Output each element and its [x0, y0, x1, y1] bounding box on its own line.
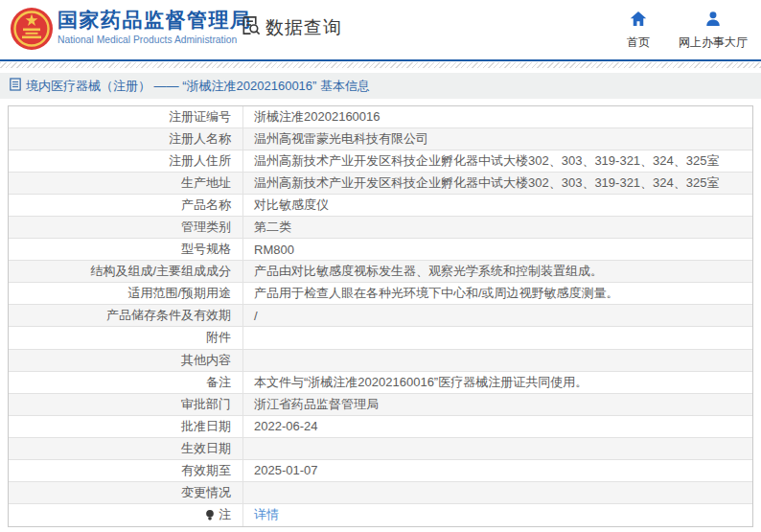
row-value: / — [243, 305, 752, 326]
nav-home-label: 首页 — [627, 35, 650, 51]
row-label: 备注 — [9, 372, 243, 393]
row-value — [243, 327, 752, 348]
row-value: 产品用于检查人眼在各种光环境下中心和/或周边视野敏感度测量。 — [243, 283, 752, 304]
row-value — [243, 350, 752, 371]
table-row: 审批部门浙江省药品监督管理局 — [9, 394, 752, 416]
table-row: 注册证编号浙械注准20202160016 — [9, 106, 752, 128]
table-row: 适用范围/预期用途产品用于检查人眼在各种光环境下中心和/或周边视野敏感度测量。 — [9, 283, 752, 305]
table-row: 变更情况 — [9, 482, 752, 504]
row-label: 有效期至 — [9, 460, 243, 481]
row-label: 管理类别 — [9, 217, 243, 238]
table-row: 批准日期2022-06-24 — [9, 416, 752, 438]
row-label: 产品名称 — [9, 195, 243, 216]
top-nav: 首页 网上办事大厅 — [627, 11, 748, 51]
table-row: 结构及组成/主要组成成分产品由对比敏感度视标发生器、观察光学系统和控制装置组成。 — [9, 261, 752, 283]
person-icon — [704, 11, 722, 30]
document-icon — [10, 78, 21, 94]
row-label: 其他内容 — [9, 350, 243, 371]
breadcrumb: 境内医疗器械（注册） —— “浙械注准20202160016” 基本信息 — [0, 73, 761, 99]
nav-online-service-hall[interactable]: 网上办事大厅 — [679, 11, 748, 51]
data-query-label: 数据查询 — [265, 15, 342, 40]
row-label: 产品储存条件及有效期 — [9, 305, 243, 326]
table-row: 其他内容 — [9, 350, 752, 372]
row-label: 结构及组成/主要组成成分 — [9, 261, 243, 282]
row-value: 浙械注准20202160016 — [243, 106, 752, 127]
row-value: 本文件与“浙械注准20202160016”医疗器械注册证共同使用。 — [243, 372, 752, 393]
table-row: 型号规格RM800 — [9, 239, 752, 261]
table-row: 注册人名称温州高视雷蒙光电科技有限公司 — [9, 128, 752, 150]
table-row: 生效日期 — [9, 438, 752, 460]
row-value: RM800 — [243, 239, 752, 260]
row-value: 浙江省药品监督管理局 — [243, 394, 752, 415]
breadcrumb-text: 境内医疗器械（注册） —— “浙械注准20202160016” 基本信息 — [26, 78, 370, 95]
row-value: 温州高新技术产业开发区科技企业孵化器中试大楼302、303、319-321、32… — [243, 150, 752, 172]
hatched-band — [0, 62, 761, 68]
row-label: 注册人住所 — [9, 150, 243, 172]
row-label: 附件 — [9, 327, 243, 348]
national-emblem-icon — [10, 7, 54, 51]
row-label: 注册人名称 — [9, 128, 243, 150]
row-label: 型号规格 — [9, 239, 243, 260]
nav-online-service-hall-label: 网上办事大厅 — [679, 35, 748, 51]
row-label: 生效日期 — [9, 438, 243, 459]
data-query-section[interactable]: 数据查询 — [240, 14, 342, 40]
page-header: 国家药品监督管理局 National Medical Products Admi… — [0, 0, 761, 59]
row-value: 2022-06-24 — [243, 416, 752, 437]
row-label: 批准日期 — [9, 416, 243, 437]
row-label: 适用范围/预期用途 — [9, 283, 243, 304]
info-table: 注册证编号浙械注准20202160016注册人名称温州高视雷蒙光电科技有限公司注… — [8, 105, 753, 527]
agency-subtitle: National Medical Products Administration — [58, 35, 252, 45]
table-row: 管理类别第二类 — [9, 217, 752, 239]
agency-title: 国家药品监督管理局 — [58, 9, 252, 32]
row-label: 变更情况 — [9, 482, 243, 503]
row-value: 详情 — [243, 504, 752, 526]
table-row: 注册人住所温州高新技术产业开发区科技企业孵化器中试大楼302、303、319-3… — [9, 150, 752, 173]
table-row: 有效期至2025-01-07 — [9, 460, 752, 482]
home-icon — [630, 11, 647, 30]
detail-link[interactable]: 详情 — [254, 506, 279, 523]
nav-home[interactable]: 首页 — [627, 11, 650, 51]
row-value: 第二类 — [243, 217, 752, 238]
table-row: 产品储存条件及有效期/ — [9, 305, 752, 327]
table-row: 注详情 — [9, 504, 752, 526]
row-value: 温州高新技术产业开发区科技企业孵化器中试大楼302、303、319-321、32… — [243, 173, 752, 194]
table-row: 生产地址温州高新技术产业开发区科技企业孵化器中试大楼302、303、319-32… — [9, 173, 752, 195]
row-value — [243, 482, 752, 503]
row-label: 注 — [9, 504, 243, 526]
lightbulb-icon — [205, 509, 215, 521]
row-value: 温州高视雷蒙光电科技有限公司 — [243, 128, 752, 150]
row-value: 对比敏感度仪 — [243, 195, 752, 216]
agency-logo-text: 国家药品监督管理局 National Medical Products Admi… — [58, 9, 252, 45]
table-row: 产品名称对比敏感度仪 — [9, 195, 752, 217]
table-row: 备注本文件与“浙械注准20202160016”医疗器械注册证共同使用。 — [9, 372, 752, 394]
header-divider-line — [0, 59, 761, 61]
row-value: 2025-01-07 — [243, 460, 752, 481]
row-label: 生产地址 — [9, 173, 243, 194]
row-value: 产品由对比敏感度视标发生器、观察光学系统和控制装置组成。 — [243, 261, 752, 282]
row-label: 注册证编号 — [9, 106, 243, 127]
table-row: 附件 — [9, 327, 752, 349]
document-search-icon — [240, 14, 262, 40]
row-value — [243, 438, 752, 459]
row-label: 审批部门 — [9, 394, 243, 415]
